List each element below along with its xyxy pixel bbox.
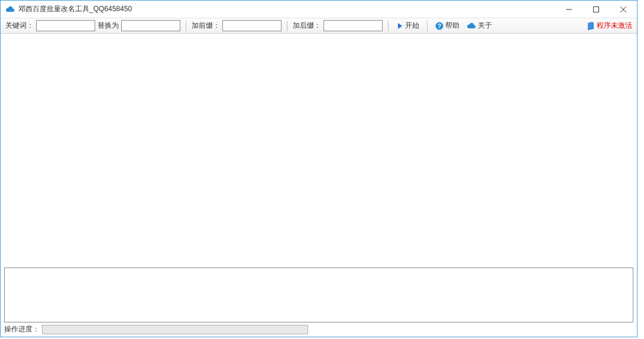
separator-icon [388, 21, 389, 31]
activation-status-label: 程序未激活 [597, 21, 632, 31]
progress-bar [42, 325, 308, 334]
suffix-input[interactable] [323, 20, 383, 31]
close-button[interactable] [610, 1, 637, 18]
keyword-label: 关键词： [5, 21, 34, 31]
about-button[interactable]: 关于 [464, 19, 494, 32]
about-button-label: 关于 [478, 21, 492, 31]
separator-icon [287, 21, 287, 31]
prefix-label: 加前缀： [192, 21, 220, 31]
activation-status[interactable]: 程序未激活 [587, 21, 632, 31]
book-icon [587, 22, 595, 30]
app-window: 邓西百度批量改名工具_QQ6458450 关键词： 替换为 加前缀： 加后缀： … [0, 0, 637, 337]
help-button[interactable]: ? 帮助 [433, 19, 462, 32]
separator-icon [186, 21, 186, 31]
svg-rect-1 [594, 6, 599, 12]
maximize-button[interactable] [582, 1, 610, 18]
play-icon [396, 22, 403, 30]
keyword-input[interactable] [36, 20, 95, 31]
window-controls [555, 1, 637, 18]
suffix-label: 加后缀： [293, 21, 321, 31]
app-icon [5, 5, 15, 14]
replace-label: 替换为 [98, 21, 119, 31]
svg-text:?: ? [438, 23, 441, 30]
progress-label: 操作进度： [4, 324, 40, 334]
help-icon: ? [435, 22, 444, 30]
bottom-bar: 操作进度： [1, 324, 637, 337]
replace-input[interactable] [121, 20, 180, 31]
prefix-input[interactable] [222, 20, 281, 31]
separator-icon [427, 21, 428, 31]
window-title: 邓西百度批量改名工具_QQ6458450 [18, 4, 555, 14]
content-area [1, 34, 637, 268]
help-button-label: 帮助 [445, 21, 459, 31]
toolbar: 关键词： 替换为 加前缀： 加后缀： 开始 ? 帮助 关于 程序未激活 [1, 18, 637, 34]
titlebar[interactable]: 邓西百度批量改名工具_QQ6458450 [1, 1, 637, 18]
start-button-label: 开始 [405, 21, 419, 31]
start-button[interactable]: 开始 [394, 19, 422, 32]
cloud-icon [467, 22, 476, 30]
minimize-button[interactable] [555, 1, 582, 18]
log-textarea[interactable] [4, 268, 633, 322]
